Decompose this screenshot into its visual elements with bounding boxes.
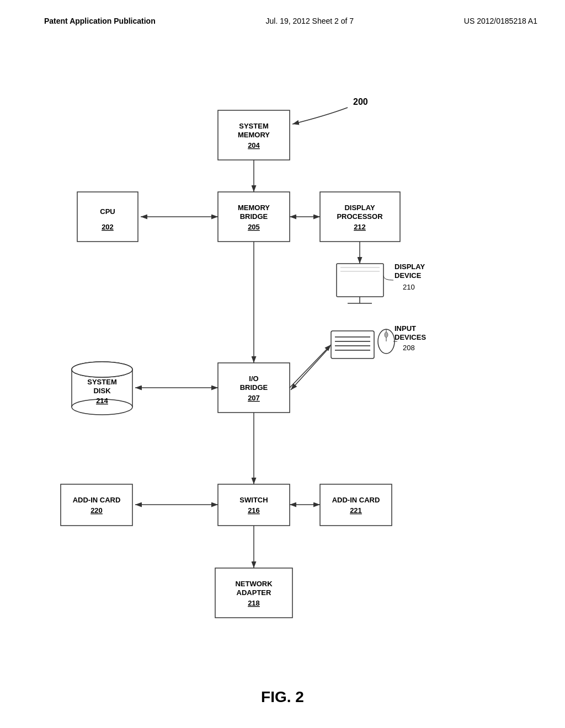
arrow-input-to-io	[291, 347, 329, 390]
svg-text:DEVICE: DEVICE	[395, 271, 422, 280]
figure-caption: FIG. 2	[0, 688, 565, 706]
add-in-card-left-box	[61, 484, 132, 526]
diagram-svg: 200 SYSTEM MEMORY 204 MEMORY BRIDGE 205 …	[0, 39, 565, 711]
svg-text:214: 214	[96, 397, 108, 405]
svg-text:DISK: DISK	[93, 387, 111, 395]
diagram-200-label: 200	[353, 97, 368, 106]
display-device-screen	[337, 264, 383, 297]
svg-text:220: 220	[90, 506, 103, 515]
arrow-io-to-input	[290, 345, 331, 388]
svg-text:I/O: I/O	[249, 374, 258, 383]
svg-text:ADD-IN CARD: ADD-IN CARD	[73, 496, 121, 504]
svg-text:208: 208	[403, 344, 415, 352]
svg-text:204: 204	[248, 141, 260, 149]
header-patent-number: US 2012/0185218 A1	[464, 17, 537, 25]
svg-text:207: 207	[248, 394, 260, 402]
page: Patent Application Publication Jul. 19, …	[0, 0, 565, 728]
svg-text:216: 216	[248, 506, 260, 515]
svg-text:SWITCH: SWITCH	[239, 496, 268, 504]
svg-text:221: 221	[350, 506, 362, 515]
svg-text:SYSTEM: SYSTEM	[239, 122, 268, 130]
keyboard-icon	[331, 331, 374, 358]
svg-text:218: 218	[248, 599, 260, 607]
svg-point-28	[385, 332, 388, 338]
svg-text:202: 202	[102, 223, 114, 231]
svg-text:PROCESSOR: PROCESSOR	[337, 212, 383, 221]
svg-text:ADAPTER: ADAPTER	[237, 588, 271, 597]
svg-text:MEMORY: MEMORY	[238, 131, 270, 139]
header: Patent Application Publication Jul. 19, …	[0, 0, 565, 25]
svg-text:BRIDGE: BRIDGE	[240, 383, 268, 392]
diagram-200-arrow	[292, 108, 348, 124]
header-publication-label: Patent Application Publication	[44, 17, 156, 25]
svg-point-34	[72, 362, 132, 377]
svg-text:INPUT: INPUT	[395, 324, 416, 333]
svg-text:205: 205	[248, 223, 260, 231]
svg-text:CPU: CPU	[100, 207, 115, 216]
svg-text:210: 210	[403, 283, 415, 291]
switch-box	[218, 484, 290, 526]
svg-text:BRIDGE: BRIDGE	[240, 212, 268, 221]
svg-text:DISPLAY: DISPLAY	[395, 263, 425, 271]
cpu-box	[77, 192, 138, 242]
svg-text:DISPLAY: DISPLAY	[344, 204, 375, 212]
header-date-sheet: Jul. 19, 2012 Sheet 2 of 7	[266, 17, 354, 25]
svg-text:DEVICES: DEVICES	[395, 333, 426, 341]
svg-text:MEMORY: MEMORY	[238, 204, 270, 212]
add-in-card-right-box	[320, 484, 392, 526]
svg-text:SYSTEM: SYSTEM	[87, 378, 116, 386]
svg-text:NETWORK: NETWORK	[235, 580, 273, 588]
svg-text:212: 212	[354, 223, 366, 231]
svg-text:ADD-IN CARD: ADD-IN CARD	[332, 496, 380, 504]
